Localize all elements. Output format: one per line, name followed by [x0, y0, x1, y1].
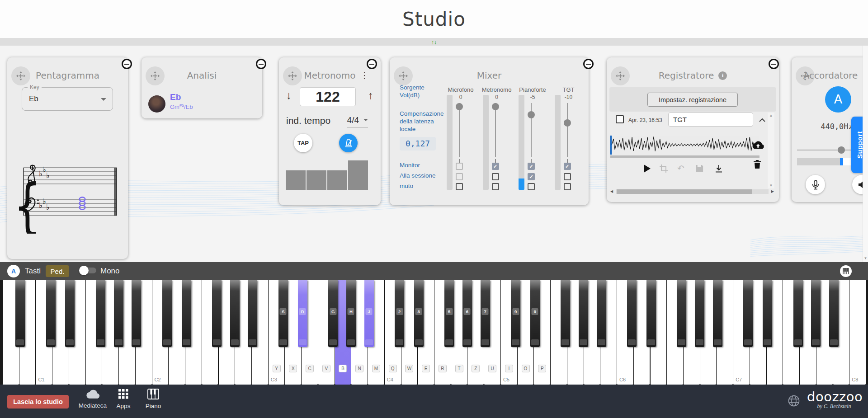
- piano-key-Eb5[interactable]: 0: [530, 280, 540, 347]
- piano-key-Gb6[interactable]: [677, 280, 686, 347]
- monitor-checkbox[interactable]: ✓: [528, 163, 535, 170]
- volume-slider-track[interactable]: [495, 103, 496, 157]
- header-collapse-handle[interactable]: ↑↓: [0, 38, 868, 46]
- piano-key-Gb5[interactable]: [561, 280, 570, 347]
- info-icon[interactable]: i: [718, 71, 727, 80]
- minimize-pentagramma-button[interactable]: [122, 59, 132, 69]
- piano-key-Gb3[interactable]: G: [328, 280, 338, 347]
- mute-checkbox[interactable]: [564, 183, 571, 190]
- piano-key-Bb4[interactable]: 7: [481, 280, 490, 347]
- minimize-metronomo-button[interactable]: [367, 59, 377, 69]
- bpm-value-input[interactable]: 122: [300, 87, 356, 106]
- piano-key-Db6[interactable]: [627, 280, 637, 347]
- volume-slider-knob[interactable]: [456, 103, 463, 110]
- piano-key-Eb2[interactable]: [182, 280, 191, 347]
- scroll-down-icon[interactable]: ▼: [863, 256, 868, 260]
- piano-key-Bb7[interactable]: [829, 280, 839, 347]
- trash-icon[interactable]: [753, 160, 761, 170]
- piano-key-Bb1[interactable]: [132, 280, 141, 347]
- chevron-up-icon[interactable]: [759, 116, 766, 124]
- tuner-note-display[interactable]: A: [825, 86, 851, 113]
- page-vertical-scrollbar[interactable]: ▼: [863, 46, 868, 262]
- to-session-checkbox[interactable]: [456, 173, 463, 180]
- mono-toggle[interactable]: [80, 268, 96, 273]
- volume-slider-knob[interactable]: [528, 111, 535, 118]
- piano-key-Ab2[interactable]: [230, 280, 240, 347]
- piano-key-Ab4[interactable]: 6: [462, 280, 472, 347]
- keyboard-icon[interactable]: [839, 264, 853, 278]
- minimize-registratore-button[interactable]: [769, 59, 779, 69]
- save-icon[interactable]: [695, 164, 704, 174]
- waveform-display[interactable]: [610, 136, 760, 155]
- piano-key-Gb4[interactable]: 5: [444, 280, 454, 347]
- mute-checkbox[interactable]: [528, 183, 535, 190]
- time-signature-select[interactable]: 4/4: [347, 115, 368, 127]
- monitor-checkbox[interactable]: ✓: [564, 163, 571, 170]
- minimize-analisi-button[interactable]: [256, 59, 266, 69]
- undo-icon[interactable]: ↶: [677, 164, 684, 173]
- volume-slider-track[interactable]: [567, 103, 568, 157]
- piano-key-Bb0[interactable]: [15, 280, 25, 347]
- scroll-up-icon[interactable]: ▲: [768, 113, 774, 117]
- doozzoo-logo[interactable]: doozzoo by C. Bechstein: [807, 389, 861, 410]
- to-session-checkbox[interactable]: [492, 173, 499, 180]
- piano-key-C8[interactable]: C8: [849, 280, 866, 385]
- kebab-menu-icon[interactable]: ⋮: [360, 71, 369, 80]
- nav-piano[interactable]: Piano: [133, 389, 174, 409]
- monitor-checkbox[interactable]: ✓: [492, 163, 499, 170]
- to-session-checkbox[interactable]: [564, 173, 571, 180]
- piano-key-Db5[interactable]: 9: [511, 280, 520, 347]
- piano-key-Bb3[interactable]: J: [364, 280, 374, 347]
- piano-key-Ab3[interactable]: H: [346, 280, 356, 347]
- piano-key-Gb7[interactable]: [793, 280, 803, 347]
- recorder-vertical-scrollbar[interactable]: ▲ ▼: [768, 113, 774, 188]
- tap-tempo-button[interactable]: TAP: [294, 134, 312, 152]
- recording-name-input[interactable]: [668, 113, 753, 127]
- waveform-scrollbar[interactable]: [610, 155, 760, 158]
- piano-key-Eb6[interactable]: [646, 280, 656, 347]
- download-icon[interactable]: [714, 164, 723, 174]
- leave-studio-button[interactable]: Lascia lo studio: [7, 395, 69, 409]
- scroll-right-icon[interactable]: ▶: [771, 189, 774, 193]
- metronome-start-button[interactable]: [339, 134, 358, 152]
- piano-key-Bb5[interactable]: [597, 280, 606, 347]
- crop-icon[interactable]: [659, 164, 668, 174]
- bpm-decrease-button[interactable]: ↓: [286, 89, 292, 102]
- monitor-checkbox[interactable]: [456, 163, 463, 170]
- volume-slider-knob[interactable]: [492, 103, 499, 110]
- piano-key-Ab1[interactable]: [114, 280, 123, 347]
- piano-key-Db3[interactable]: S: [278, 280, 288, 347]
- piano-key-Db4[interactable]: 2: [395, 280, 404, 347]
- recorder-horizontal-scrollbar[interactable]: ◀ ▶: [610, 189, 774, 194]
- mute-checkbox[interactable]: [492, 183, 499, 190]
- language-globe-icon[interactable]: [788, 395, 800, 409]
- slider-knob[interactable]: [838, 146, 845, 154]
- volume-slider-knob[interactable]: [564, 119, 571, 127]
- piano-key-Db2[interactable]: [162, 280, 172, 347]
- piano-key-Bb6[interactable]: [713, 280, 722, 347]
- keys-mode-badge[interactable]: A: [7, 265, 20, 277]
- piano-key-Ab6[interactable]: [695, 280, 704, 347]
- scroll-left-icon[interactable]: ◀: [610, 189, 613, 193]
- piano-key-Gb2[interactable]: [212, 280, 222, 347]
- piano-key-Bb2[interactable]: [248, 280, 257, 347]
- piano-key-Ab5[interactable]: [579, 280, 588, 347]
- piano-key-Eb4[interactable]: 3: [414, 280, 424, 347]
- piano-key-Ab7[interactable]: [811, 280, 821, 347]
- key-select-dropdown[interactable]: Key Eb: [22, 87, 113, 111]
- scroll-down-icon[interactable]: ▼: [768, 183, 774, 188]
- piano-key-Gb1[interactable]: [96, 280, 105, 347]
- piano-key-Eb3[interactable]: D: [298, 280, 307, 347]
- to-session-checkbox[interactable]: ✓: [528, 173, 535, 180]
- piano-key-Db7[interactable]: [743, 280, 753, 347]
- piano-key-Db1[interactable]: [46, 280, 56, 347]
- play-button[interactable]: [643, 164, 651, 174]
- piano-key-Eb1[interactable]: [65, 280, 75, 347]
- mute-checkbox[interactable]: [456, 183, 463, 190]
- recording-checkbox[interactable]: [616, 115, 624, 123]
- scrollbar-thumb[interactable]: [617, 189, 752, 194]
- bpm-increase-button[interactable]: ↑: [368, 89, 373, 102]
- pedal-button[interactable]: Ped.: [46, 265, 69, 277]
- volume-slider-track[interactable]: [459, 103, 460, 157]
- piano-key-Eb7[interactable]: [763, 280, 772, 347]
